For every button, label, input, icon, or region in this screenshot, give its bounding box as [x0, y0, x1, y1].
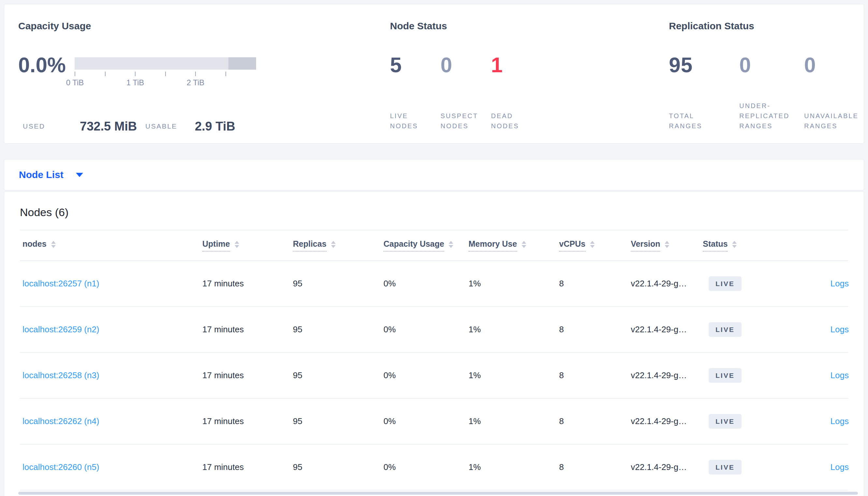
node-list-dropdown-label: Node List — [19, 169, 63, 180]
column-header-label: Uptime — [202, 239, 230, 252]
axis-tick — [195, 72, 196, 76]
column-header-label: nodes — [23, 239, 47, 252]
uptime-cell: 17 minutes — [202, 279, 293, 289]
status-badge: LIVE — [709, 276, 742, 291]
node-status-panel: Node Status 5LIVE NODES0SUSPECT NODES1DE… — [390, 4, 657, 144]
axis-tick-label: 1 TiB — [121, 78, 150, 87]
memory-use-cell: 1% — [468, 279, 559, 289]
table-row: localhost:26260 (n5) 17 minutes 95 0% 1%… — [20, 445, 848, 491]
vcpus-cell: 8 — [559, 325, 631, 335]
status-badge: LIVE — [709, 460, 742, 475]
capacity-bar-usable-segment — [75, 57, 228, 69]
stat-label: UNDER-REPLICATED RANGES — [739, 101, 802, 131]
summary-stat: 0UNDER-REPLICATED RANGES — [739, 52, 804, 131]
sort-icon[interactable] — [732, 241, 737, 248]
version-cell: v22.1.4-29-g… — [631, 462, 703, 472]
column-header-version[interactable]: Version — [631, 239, 703, 252]
summary-stat: 1DEAD NODES — [491, 52, 541, 131]
table-row: localhost:26258 (n3) 17 minutes 95 0% 1%… — [20, 353, 848, 399]
capacity-usage-cell: 0% — [384, 416, 468, 427]
node-link[interactable]: localhost:26260 (n5) — [23, 462, 99, 472]
replicas-cell: 95 — [293, 325, 384, 335]
column-header-replicas[interactable]: Replicas — [293, 239, 384, 252]
column-header-uptime[interactable]: Uptime — [202, 239, 293, 252]
logs-link[interactable]: Logs — [830, 279, 849, 288]
memory-use-cell: 1% — [468, 370, 559, 381]
summary-stat: 5LIVE NODES — [390, 52, 440, 131]
uptime-cell: 17 minutes — [202, 416, 293, 427]
status-badge: LIVE — [709, 414, 742, 429]
column-header-capacity-usage[interactable]: Capacity Usage — [384, 239, 468, 252]
column-header-nodes[interactable]: nodes — [20, 239, 202, 252]
used-value: 732.5 MiB — [80, 119, 137, 134]
sort-icon[interactable] — [665, 241, 669, 248]
version-cell: v22.1.4-29-g… — [631, 416, 703, 427]
used-label: USED — [23, 119, 45, 134]
usable-value: 2.9 TiB — [195, 119, 235, 134]
capacity-usage-cell: 0% — [384, 325, 468, 335]
nodes-table-card: Nodes (6) nodesUptimeReplicasCapacity Us… — [4, 191, 864, 496]
vcpus-cell: 8 — [559, 462, 631, 472]
replicas-cell: 95 — [293, 416, 384, 427]
memory-use-cell: 1% — [468, 462, 559, 472]
column-header-memory-use[interactable]: Memory Use — [468, 239, 559, 252]
sort-icon[interactable] — [331, 241, 335, 248]
column-header-label: Replicas — [293, 239, 327, 252]
usable-label: USABLE — [145, 119, 177, 134]
node-status-title: Node Status — [390, 20, 447, 32]
table-row: localhost:26262 (n4) 17 minutes 95 0% 1%… — [20, 399, 848, 445]
capacity-usage-cell: 0% — [384, 370, 468, 381]
column-header-label: Capacity Usage — [384, 239, 444, 252]
axis-tick-label: 2 TiB — [181, 78, 210, 87]
stat-label: DEAD NODES — [491, 111, 534, 131]
stat-value: 0 — [739, 52, 804, 78]
logs-link[interactable]: Logs — [830, 370, 849, 380]
capacity-usage-panel: Capacity Usage 0.0% 0 TiB1 TiB2 TiB USED… — [18, 4, 377, 144]
status-badge: LIVE — [709, 322, 742, 337]
sort-icon[interactable] — [449, 241, 453, 248]
chevron-down-icon — [76, 173, 83, 177]
logs-link[interactable]: Logs — [830, 416, 849, 426]
logs-link[interactable]: Logs — [830, 325, 849, 334]
status-badge: LIVE — [709, 368, 742, 383]
capacity-usage-cell: 0% — [384, 279, 468, 289]
node-link[interactable]: localhost:26259 (n2) — [23, 325, 99, 334]
node-list-dropdown[interactable]: Node List — [19, 169, 83, 180]
node-link[interactable]: localhost:26262 (n4) — [23, 416, 99, 426]
summary-stat: 0UNAVAILABLE RANGES — [804, 52, 868, 131]
stat-value: 1 — [491, 52, 541, 78]
axis-tick — [225, 72, 226, 76]
sort-icon[interactable] — [522, 241, 526, 248]
version-cell: v22.1.4-29-g… — [631, 325, 703, 335]
node-link[interactable]: localhost:26257 (n1) — [23, 279, 99, 288]
column-header-label: Version — [631, 239, 660, 252]
stat-value: 5 — [390, 52, 440, 78]
stat-value: 95 — [669, 52, 739, 78]
stat-label: TOTAL RANGES — [669, 111, 718, 131]
replicas-cell: 95 — [293, 462, 384, 472]
uptime-cell: 17 minutes — [202, 462, 293, 472]
column-header-vcpus[interactable]: vCPUs — [559, 239, 631, 252]
node-link[interactable]: localhost:26258 (n3) — [23, 370, 99, 380]
table-header-row: nodesUptimeReplicasCapacity UsageMemory … — [20, 230, 848, 261]
node-status-stats: 5LIVE NODES0SUSPECT NODES1DEAD NODES — [390, 52, 541, 131]
sort-icon[interactable] — [51, 241, 56, 248]
table-body: localhost:26257 (n1) 17 minutes 95 0% 1%… — [20, 261, 848, 491]
nodes-table-title: Nodes (6) — [20, 206, 864, 219]
axis-tick — [105, 72, 106, 76]
logs-link[interactable]: Logs — [830, 462, 849, 472]
sort-icon[interactable] — [235, 241, 239, 248]
column-header-status[interactable]: Status — [703, 239, 783, 252]
version-cell: v22.1.4-29-g… — [631, 370, 703, 381]
uptime-cell: 17 minutes — [202, 325, 293, 335]
view-selector-bar: Node List — [4, 159, 864, 190]
horizontal-scrollbar[interactable] — [18, 492, 858, 495]
nodes-table: nodesUptimeReplicasCapacity UsageMemory … — [20, 230, 848, 491]
stat-label: LIVE NODES — [390, 111, 433, 131]
summary-card: Capacity Usage 0.0% 0 TiB1 TiB2 TiB USED… — [4, 4, 864, 143]
capacity-bar-other-segment — [228, 57, 256, 69]
memory-use-cell: 1% — [468, 325, 559, 335]
stat-label: SUSPECT NODES — [440, 111, 483, 131]
sort-icon[interactable] — [590, 241, 595, 248]
vcpus-cell: 8 — [559, 416, 631, 427]
